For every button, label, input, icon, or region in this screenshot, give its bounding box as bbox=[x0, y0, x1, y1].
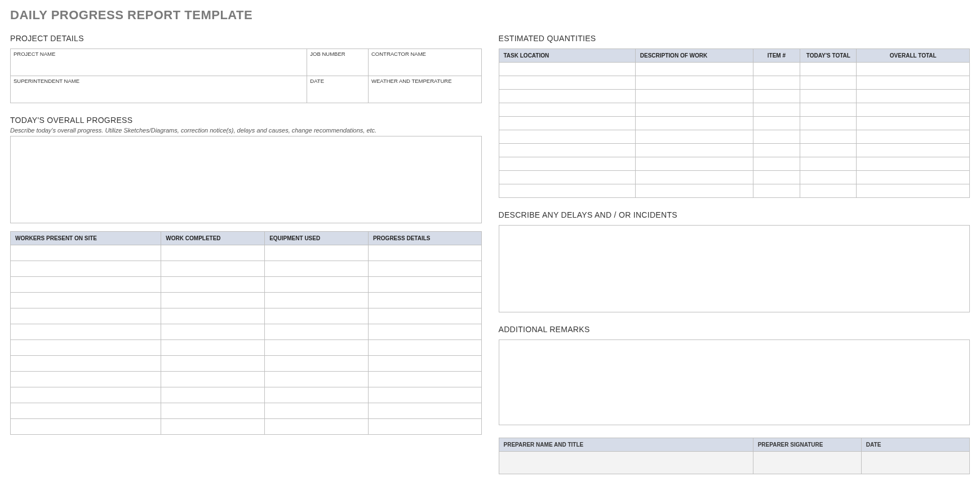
table-cell[interactable] bbox=[11, 419, 161, 435]
table-cell[interactable] bbox=[368, 324, 481, 340]
table-cell[interactable] bbox=[265, 277, 369, 293]
table-cell[interactable] bbox=[11, 356, 161, 372]
superintendent-name-input[interactable] bbox=[11, 85, 307, 103]
table-cell[interactable] bbox=[499, 90, 635, 103]
table-cell[interactable] bbox=[499, 157, 635, 171]
table-cell[interactable] bbox=[368, 387, 481, 403]
table-cell[interactable] bbox=[857, 157, 970, 171]
table-cell[interactable] bbox=[857, 103, 970, 117]
table-cell[interactable] bbox=[161, 308, 265, 324]
table-cell[interactable] bbox=[635, 157, 753, 171]
table-cell[interactable] bbox=[800, 90, 857, 103]
table-cell[interactable] bbox=[499, 103, 635, 117]
table-cell[interactable] bbox=[265, 419, 369, 435]
preparer-name-input[interactable] bbox=[499, 452, 753, 474]
table-cell[interactable] bbox=[800, 171, 857, 184]
table-cell[interactable] bbox=[753, 144, 800, 157]
table-cell[interactable] bbox=[161, 372, 265, 387]
table-cell[interactable] bbox=[265, 372, 369, 387]
table-cell[interactable] bbox=[11, 372, 161, 387]
table-cell[interactable] bbox=[11, 308, 161, 324]
table-cell[interactable] bbox=[161, 324, 265, 340]
table-cell[interactable] bbox=[635, 117, 753, 130]
table-cell[interactable] bbox=[753, 90, 800, 103]
table-cell[interactable] bbox=[635, 144, 753, 157]
overall-progress-input[interactable] bbox=[10, 136, 482, 223]
job-number-input[interactable] bbox=[307, 58, 369, 76]
table-cell[interactable] bbox=[499, 144, 635, 157]
table-cell[interactable] bbox=[161, 340, 265, 356]
table-cell[interactable] bbox=[11, 261, 161, 277]
table-cell[interactable] bbox=[499, 171, 635, 184]
table-cell[interactable] bbox=[499, 184, 635, 198]
table-cell[interactable] bbox=[161, 403, 265, 419]
table-cell[interactable] bbox=[499, 117, 635, 130]
table-cell[interactable] bbox=[635, 63, 753, 76]
table-cell[interactable] bbox=[265, 387, 369, 403]
table-cell[interactable] bbox=[368, 245, 481, 261]
weather-input[interactable] bbox=[368, 85, 481, 103]
table-cell[interactable] bbox=[265, 324, 369, 340]
table-cell[interactable] bbox=[499, 76, 635, 90]
table-cell[interactable] bbox=[635, 130, 753, 144]
table-cell[interactable] bbox=[368, 403, 481, 419]
table-cell[interactable] bbox=[753, 157, 800, 171]
table-cell[interactable] bbox=[265, 245, 369, 261]
table-cell[interactable] bbox=[800, 76, 857, 90]
table-cell[interactable] bbox=[368, 261, 481, 277]
table-cell[interactable] bbox=[499, 63, 635, 76]
table-cell[interactable] bbox=[753, 171, 800, 184]
table-cell[interactable] bbox=[753, 103, 800, 117]
table-cell[interactable] bbox=[11, 324, 161, 340]
table-cell[interactable] bbox=[368, 308, 481, 324]
preparer-sig-input[interactable] bbox=[753, 452, 861, 474]
table-cell[interactable] bbox=[857, 144, 970, 157]
table-cell[interactable] bbox=[265, 308, 369, 324]
table-cell[interactable] bbox=[800, 144, 857, 157]
table-cell[interactable] bbox=[753, 76, 800, 90]
table-cell[interactable] bbox=[368, 419, 481, 435]
table-cell[interactable] bbox=[368, 356, 481, 372]
project-name-input[interactable] bbox=[11, 58, 307, 76]
table-cell[interactable] bbox=[265, 356, 369, 372]
table-cell[interactable] bbox=[11, 277, 161, 293]
table-cell[interactable] bbox=[11, 293, 161, 308]
contractor-name-input[interactable] bbox=[368, 58, 481, 76]
table-cell[interactable] bbox=[265, 340, 369, 356]
table-cell[interactable] bbox=[161, 356, 265, 372]
table-cell[interactable] bbox=[753, 63, 800, 76]
table-cell[interactable] bbox=[265, 403, 369, 419]
table-cell[interactable] bbox=[161, 261, 265, 277]
table-cell[interactable] bbox=[753, 184, 800, 198]
table-cell[interactable] bbox=[857, 130, 970, 144]
table-cell[interactable] bbox=[857, 117, 970, 130]
table-cell[interactable] bbox=[800, 103, 857, 117]
table-cell[interactable] bbox=[800, 157, 857, 171]
table-cell[interactable] bbox=[161, 245, 265, 261]
table-cell[interactable] bbox=[753, 130, 800, 144]
table-cell[interactable] bbox=[800, 130, 857, 144]
table-cell[interactable] bbox=[368, 277, 481, 293]
table-cell[interactable] bbox=[857, 76, 970, 90]
table-cell[interactable] bbox=[800, 117, 857, 130]
table-cell[interactable] bbox=[635, 76, 753, 90]
table-cell[interactable] bbox=[265, 261, 369, 277]
table-cell[interactable] bbox=[499, 130, 635, 144]
table-cell[interactable] bbox=[635, 103, 753, 117]
table-cell[interactable] bbox=[753, 117, 800, 130]
table-cell[interactable] bbox=[800, 184, 857, 198]
table-cell[interactable] bbox=[635, 184, 753, 198]
table-cell[interactable] bbox=[161, 293, 265, 308]
table-cell[interactable] bbox=[857, 63, 970, 76]
table-cell[interactable] bbox=[11, 245, 161, 261]
table-cell[interactable] bbox=[368, 340, 481, 356]
table-cell[interactable] bbox=[368, 293, 481, 308]
date-input[interactable] bbox=[307, 85, 369, 103]
remarks-input[interactable] bbox=[499, 339, 970, 425]
table-cell[interactable] bbox=[857, 90, 970, 103]
table-cell[interactable] bbox=[635, 171, 753, 184]
table-cell[interactable] bbox=[11, 340, 161, 356]
table-cell[interactable] bbox=[11, 403, 161, 419]
table-cell[interactable] bbox=[161, 277, 265, 293]
sig-date-input[interactable] bbox=[861, 452, 969, 474]
